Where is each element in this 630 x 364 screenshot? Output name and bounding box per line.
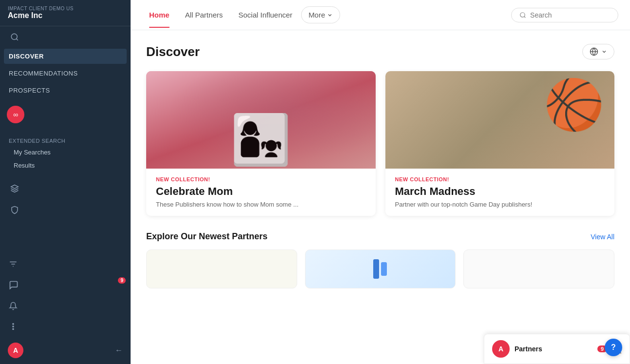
top-nav: Home All Partners Social Influencer More: [131, 0, 630, 30]
help-button[interactable]: ?: [605, 339, 622, 356]
svg-point-3: [13, 328, 14, 329]
partner-card-1[interactable]: [146, 249, 297, 288]
sidebar-user-avatar[interactable]: A: [8, 343, 23, 358]
search-box[interactable]: [511, 8, 618, 22]
nav-link-home[interactable]: Home: [142, 7, 176, 23]
card-desc-mom: These Publishers know how to show Mom so…: [156, 201, 366, 208]
shield-icon: [9, 204, 20, 216]
extended-search-section-label: EXTENDED SEARCH: [0, 130, 131, 146]
card-title-basketball: March Madness: [395, 185, 605, 198]
search-input[interactable]: [530, 11, 610, 19]
toast-text: Partners: [515, 345, 592, 353]
newest-partners-title: Explore Our Newest Partners: [146, 231, 267, 242]
infinity-icon-wrapper[interactable]: ∞: [0, 103, 131, 126]
collection-cards: NEW COLLECTION! Celebrate Mom These Publ…: [146, 71, 614, 216]
discover-title: Discover: [146, 44, 200, 59]
svg-point-4: [520, 12, 525, 17]
brand-name: Acme Inc: [8, 11, 123, 20]
main-content: Home All Partners Social Influencer More…: [131, 0, 630, 364]
nav-link-all-partners[interactable]: All Partners: [178, 7, 230, 23]
svg-point-0: [11, 34, 17, 39]
sidebar-brand: Impact Client Demo US Acme Inc: [0, 0, 131, 26]
sidebar-item-my-searches[interactable]: My Searches: [0, 146, 131, 159]
content-area: Discover NEW COLLECTION! Celebrate Mom T…: [131, 30, 630, 364]
discover-header: Discover: [146, 44, 614, 59]
card-tag-mom: NEW COLLECTION!: [156, 176, 366, 182]
brand-sub-label: Impact Client Demo US: [8, 6, 123, 11]
card-desc-basketball: Partner with our top-notch Game Day publ…: [395, 201, 605, 208]
partner-card-3[interactable]: [463, 249, 614, 288]
globe-region-button[interactable]: [582, 44, 614, 59]
sidebar-bottom: 9 A ←: [0, 252, 131, 364]
view-all-link[interactable]: View All: [591, 233, 614, 241]
sidebar: Impact Client Demo US Acme Inc DISCOVER …: [0, 0, 131, 364]
sidebar-search-icon-row[interactable]: [0, 26, 131, 48]
sidebar-filters-icon-row[interactable]: [8, 258, 123, 272]
cube-icon: [9, 183, 20, 194]
sidebar-cube-icon-row[interactable]: [0, 178, 131, 199]
sidebar-bell-icon-row[interactable]: [8, 300, 123, 314]
card-march-madness[interactable]: NEW COLLECTION! March Madness Partner wi…: [385, 71, 615, 216]
nav-links: Home All Partners Social Influencer More: [142, 6, 340, 23]
card-tag-basketball: NEW COLLECTION!: [395, 176, 605, 182]
partner-card-2[interactable]: [305, 249, 456, 288]
card-body-mom: NEW COLLECTION! Celebrate Mom These Publ…: [146, 169, 376, 216]
search-icon: [9, 31, 20, 43]
sidebar-dots-icon-row[interactable]: [8, 320, 123, 335]
sidebar-nav: DISCOVER RECOMMENDATIONS PROSPECTS ∞ EXT…: [0, 26, 131, 252]
nav-link-social-influencer[interactable]: Social Influencer: [231, 7, 299, 23]
chat-badge: 9: [118, 277, 126, 284]
svg-point-2: [13, 326, 14, 327]
sidebar-collapse-button[interactable]: ←: [115, 346, 123, 355]
partner-logo-2: [373, 259, 387, 279]
card-body-basketball: NEW COLLECTION! March Madness Partner wi…: [385, 169, 615, 216]
sidebar-chat-icon-row[interactable]: 9: [8, 278, 123, 294]
svg-point-1: [13, 324, 14, 325]
sidebar-item-recommendations[interactable]: RECOMMENDATIONS: [0, 65, 131, 82]
sidebar-footer-row: A ←: [8, 343, 123, 358]
sidebar-shield-icon-row[interactable]: [0, 199, 131, 221]
sidebar-item-prospects[interactable]: PROSPECTS: [0, 82, 131, 99]
card-celebrate-mom[interactable]: NEW COLLECTION! Celebrate Mom These Publ…: [146, 71, 376, 216]
toast-avatar: A: [492, 340, 510, 358]
search-icon: [519, 11, 526, 19]
nav-link-more[interactable]: More: [301, 6, 340, 23]
partners-row: [146, 249, 614, 288]
infinity-icon: ∞: [7, 106, 24, 123]
sidebar-item-discover[interactable]: DISCOVER: [4, 49, 127, 64]
newest-partners-header: Explore Our Newest Partners View All: [146, 231, 614, 242]
card-title-mom: Celebrate Mom: [156, 185, 366, 198]
sidebar-item-results[interactable]: Results: [0, 159, 131, 172]
